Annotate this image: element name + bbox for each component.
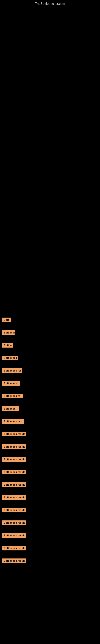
result-row-6: Bottleneck r	[0, 379, 100, 389]
spacer-r10	[0, 440, 100, 443]
cursor-2	[2, 306, 2, 310]
result-label-9: Bottleneck re	[2, 419, 24, 424]
spacer-r2	[0, 338, 100, 341]
result-row-18: Bottleneck result	[0, 532, 100, 541]
result-row-17: Bottleneck result	[0, 519, 100, 528]
spacer-2	[0, 312, 100, 316]
spacer-r15	[0, 503, 100, 506]
spacer-r5	[0, 376, 100, 379]
result-label-2: Bottlenec	[2, 330, 15, 335]
result-row-19: Bottleneck result	[0, 544, 100, 554]
spacer-r9	[0, 427, 100, 430]
bottom-spacer	[0, 566, 100, 572]
result-label-18: Bottleneck result	[2, 533, 26, 538]
result-label-10: Bottleneck result	[2, 432, 26, 436]
result-row-15: Bottleneck result	[0, 494, 100, 503]
result-row-12: Bottleneck result	[0, 456, 100, 465]
result-row-11: Bottleneck result	[0, 443, 100, 452]
result-row-14: Bottleneck result	[0, 481, 100, 490]
result-row-7: Bottleneck re	[0, 392, 100, 402]
result-label-12: Bottleneck result	[2, 457, 26, 462]
result-label-11: Bottleneck result	[2, 444, 26, 449]
result-row-16: Bottleneck result	[0, 506, 100, 516]
spacer-r12	[0, 465, 100, 468]
result-label-16: Bottleneck result	[2, 508, 26, 512]
spacer-r16	[0, 516, 100, 519]
spacer-r19	[0, 554, 100, 557]
result-row-8: Bottlenec	[0, 405, 100, 414]
result-label-6: Bottleneck r	[2, 381, 20, 386]
cursor-area-2	[0, 305, 100, 312]
result-label-8: Bottlenec	[2, 406, 19, 411]
result-label-19: Bottleneck result	[2, 546, 26, 550]
result-label-4: Bottleneck r	[2, 356, 18, 360]
result-row-20: Bottleneck result	[0, 557, 100, 566]
result-label-15: Bottleneck result	[2, 495, 26, 500]
result-label-13: Bottleneck result	[2, 470, 26, 474]
spacer-1	[0, 297, 100, 305]
main-content-area	[0, 8, 100, 290]
spacer-r13	[0, 478, 100, 481]
result-row-2: Bottlenec	[0, 329, 100, 338]
spacer-r11	[0, 452, 100, 456]
cursor-1	[2, 291, 2, 295]
site-title: TheBottlenecker.com	[0, 0, 100, 8]
result-label-20: Bottleneck result	[2, 558, 26, 563]
result-label-14: Bottleneck result	[2, 482, 26, 487]
spacer-r6	[0, 389, 100, 392]
spacer-r4	[0, 364, 100, 367]
result-label-3: Bottlen	[2, 343, 13, 348]
result-label-1: Bottl	[2, 318, 11, 322]
spacer-r1	[0, 326, 100, 329]
spacer-r14	[0, 490, 100, 494]
result-row-4: Bottleneck r	[0, 354, 100, 364]
result-label-5: Bottleneck res	[2, 368, 22, 373]
result-row-5: Bottleneck res	[0, 367, 100, 376]
spacer-r18	[0, 541, 100, 544]
result-row-1: Bottl	[0, 316, 100, 326]
result-row-3: Bottlen	[0, 341, 100, 351]
spacer-r3	[0, 351, 100, 354]
result-row-9: Bottleneck re	[0, 418, 100, 427]
result-row-10: Bottleneck result	[0, 430, 100, 440]
cursor-area-1	[0, 290, 100, 297]
result-label-17: Bottleneck result	[2, 520, 26, 525]
spacer-r17	[0, 528, 100, 532]
spacer-r8	[0, 414, 100, 418]
spacer-r7	[0, 402, 100, 405]
result-row-13: Bottleneck result	[0, 468, 100, 478]
result-label-7: Bottleneck re	[2, 394, 23, 398]
